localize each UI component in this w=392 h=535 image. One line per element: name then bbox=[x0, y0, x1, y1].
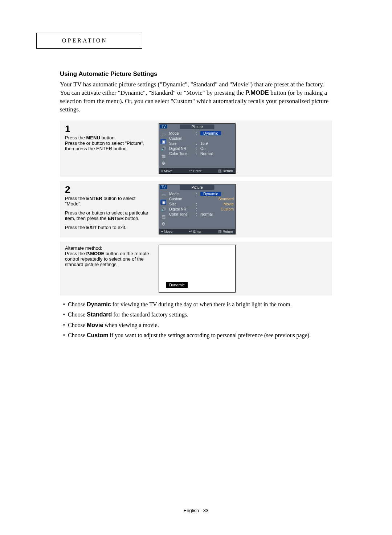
osd2-move-l: Move bbox=[164, 229, 172, 233]
osd1-mode-v: Dynamic bbox=[200, 131, 221, 135]
osd2-enter-l: Enter bbox=[193, 229, 201, 233]
b1c: for viewing the TV during the day or whe… bbox=[111, 301, 292, 307]
b4b: Custom bbox=[87, 332, 109, 338]
input-icon: ▭ bbox=[160, 192, 166, 197]
step3-p1: Alternate method: bbox=[65, 245, 152, 251]
step-2-text: 2 Press the ENTER button to select "Mode… bbox=[60, 181, 156, 237]
picture-icon: ▣ bbox=[160, 139, 166, 144]
b3b: Movie bbox=[87, 322, 103, 328]
setup-icon: ⚙ bbox=[160, 221, 166, 226]
osd2-custom-l: Custom bbox=[169, 197, 194, 201]
b4a: Choose bbox=[68, 332, 87, 338]
osd2-return-l: Return bbox=[222, 229, 233, 233]
osd-pmode-popup: Dynamic bbox=[159, 245, 236, 293]
osd2-title: Picture bbox=[180, 185, 214, 190]
step-1-line2: Press the or button to select "Picture",… bbox=[65, 140, 152, 151]
osd-picture-menu-1: TV Picture ▭ ▣ 🔊 ▤ ⚙ Mode:Dynamic bbox=[159, 123, 236, 174]
osd2-list: Mode:Dynamic CustomStandard Size:Movie D… bbox=[169, 192, 234, 226]
section-tab: OPERATION bbox=[36, 33, 142, 49]
osd1-custom-l: Custom bbox=[169, 136, 194, 140]
s2p2b: ENTER bbox=[108, 216, 124, 221]
osd2-ct-l: Color Tone bbox=[169, 212, 194, 216]
b3a: Choose bbox=[68, 322, 87, 328]
intro-paragraph: Your TV has automatic picture settings (… bbox=[60, 81, 332, 114]
bullet-movie: •Choose Movie when viewing a movie. bbox=[60, 321, 332, 329]
bullet-custom: •Choose Custom if you want to adjust the… bbox=[60, 331, 332, 339]
osd1-mode-l: Mode bbox=[169, 131, 194, 135]
osd2-mode-l: Mode bbox=[169, 192, 194, 196]
section-title: Using Automatic Picture Settings bbox=[60, 70, 332, 78]
osd2-opt-movie: Movie bbox=[200, 202, 234, 206]
channel-icon: ▤ bbox=[160, 214, 166, 219]
osd2-dnr-l: Digital NR bbox=[169, 207, 194, 211]
step1-t1: Press the bbox=[65, 135, 86, 140]
step-1-osd-wrap: TV Picture ▭ ▣ 🔊 ▤ ⚙ Mode:Dynamic bbox=[156, 121, 332, 177]
step-1-number: 1 bbox=[65, 124, 152, 134]
step2-p1: Press the ENTER button to select "Mode". bbox=[65, 196, 152, 207]
step1-t2: button. bbox=[100, 135, 116, 140]
osd-picture-menu-2: TV Picture ▭ ▣ 🔊 ▤ ⚙ Mode:Dynamic bbox=[159, 184, 236, 234]
input-icon: ▭ bbox=[160, 132, 166, 137]
step-3: Alternate method: Press the P.MODE butto… bbox=[60, 242, 332, 295]
s2p2c: button. bbox=[124, 216, 139, 221]
step-2-number: 2 bbox=[65, 185, 152, 194]
b3c: when viewing a movie. bbox=[103, 322, 159, 328]
mode-descriptions: •Choose Dynamic for viewing the TV durin… bbox=[60, 301, 332, 340]
pmode-badge: Dynamic bbox=[166, 282, 188, 288]
sound-icon: 🔊 bbox=[160, 207, 166, 212]
osd2-tv-badge: TV bbox=[160, 185, 167, 189]
step1-menu: MENU bbox=[86, 135, 100, 140]
osd1-return-l: Return bbox=[222, 169, 233, 173]
osd2-opt-custom: Custom bbox=[200, 207, 234, 211]
step2-p3: Press the EXIT button to exit. bbox=[65, 225, 152, 230]
osd1-dnr-v: On bbox=[200, 146, 234, 151]
bullet-standard: •Choose Standard for the standard factor… bbox=[60, 311, 332, 319]
osd2-opt-standard: Standard bbox=[200, 197, 234, 201]
osd1-sidebar-icons: ▭ ▣ 🔊 ▤ ⚙ bbox=[160, 131, 167, 166]
osd1-footer: ♦ Move ↵ Enter ▥ Return bbox=[159, 168, 235, 173]
osd1-list: Mode:Dynamic Custom Size:16:9 Digital NR… bbox=[169, 131, 234, 166]
osd1-ct-v: Normal bbox=[200, 151, 234, 156]
step-1: 1 Press the MENU button. Press the or bu… bbox=[60, 121, 332, 177]
b4c: if you want to adjust the settings accor… bbox=[109, 332, 311, 338]
s2p3c: button to exit. bbox=[97, 225, 126, 230]
b2c: for the standard factory settings. bbox=[112, 311, 188, 318]
osd2-sidebar-icons: ▭ ▣ 🔊 ▤ ⚙ bbox=[160, 192, 167, 226]
osd1-size-l: Size bbox=[169, 141, 194, 146]
osd1-return: ▥ Return bbox=[218, 169, 233, 173]
osd2-ct-v: Normal bbox=[200, 212, 234, 216]
osd2-size-l: Size bbox=[169, 202, 194, 206]
step2-p2: Press the or button to select a particul… bbox=[65, 210, 152, 221]
s2p3a: Press the bbox=[65, 225, 86, 230]
s3p2b: P.MODE bbox=[86, 251, 105, 256]
osd2-footer: ♦ Move ↵ Enter ▥ Return bbox=[159, 229, 235, 234]
osd1-title: Picture bbox=[180, 124, 214, 129]
page-footer: English - 33 bbox=[0, 508, 392, 513]
s3p2a: Press the bbox=[65, 251, 86, 256]
b2b: Standard bbox=[87, 311, 112, 318]
bullet-dynamic: •Choose Dynamic for viewing the TV durin… bbox=[60, 301, 332, 309]
b1b: Dynamic bbox=[87, 301, 111, 307]
osd1-move-l: Move bbox=[164, 169, 172, 173]
osd1-move: ♦ Move bbox=[161, 169, 172, 173]
step-2: 2 Press the ENTER button to select "Mode… bbox=[60, 181, 332, 237]
step-2-osd-wrap: TV Picture ▭ ▣ 🔊 ▤ ⚙ Mode:Dynamic bbox=[156, 181, 332, 237]
section-tab-label: OPERATION bbox=[62, 37, 107, 44]
setup-icon: ⚙ bbox=[160, 161, 166, 166]
step-1-text: 1 Press the MENU button. Press the or bu… bbox=[60, 121, 156, 177]
b1a: Choose bbox=[68, 301, 87, 307]
step3-p2: Press the P.MODE button on the remote co… bbox=[65, 251, 152, 267]
step-3-text: Alternate method: Press the P.MODE butto… bbox=[60, 242, 156, 295]
picture-icon: ▣ bbox=[160, 200, 166, 205]
channel-icon: ▤ bbox=[160, 154, 166, 159]
step-3-osd-wrap: Dynamic bbox=[156, 242, 332, 295]
osd2-opt-dynamic: Dynamic bbox=[200, 192, 221, 196]
osd1-enter-l: Enter bbox=[193, 169, 201, 173]
osd1-size-v: 16:9 bbox=[200, 141, 234, 146]
osd2-return: ▥ Return bbox=[218, 229, 233, 233]
s2p3b: EXIT bbox=[86, 225, 97, 230]
intro-pmode: P.MODE bbox=[245, 89, 269, 96]
sound-icon: 🔊 bbox=[160, 146, 166, 151]
osd1-tv-badge: TV bbox=[160, 124, 167, 128]
step-1-line1: Press the MENU button. bbox=[65, 135, 152, 140]
